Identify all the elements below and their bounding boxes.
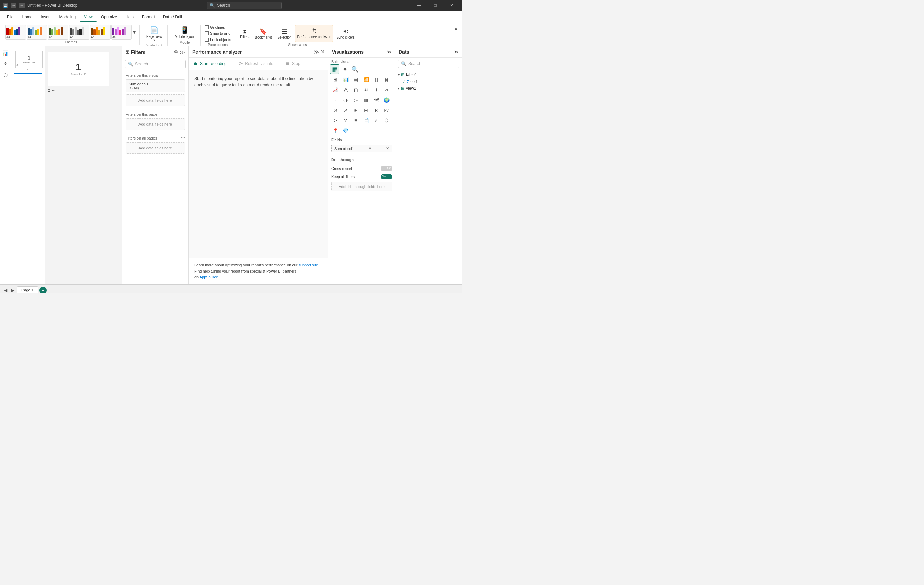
viz-funnel-icon[interactable]: ⊿ (382, 85, 391, 94)
filters-on-page-more[interactable]: ⋯ (181, 112, 185, 116)
viz-py-visual-icon[interactable]: Py (382, 106, 391, 115)
filters-on-visual-more[interactable]: ⋯ (181, 73, 185, 78)
viz-qna-icon[interactable]: ? (341, 116, 350, 125)
viz-stacked-bar-icon[interactable]: ▤ (351, 75, 361, 84)
viz-line-chart-icon[interactable]: 📈 (330, 85, 340, 94)
viz-treemap-icon[interactable]: ▩ (361, 95, 371, 105)
filters-on-all-more[interactable]: ⋯ (181, 136, 185, 140)
viz-matrix-icon[interactable]: ⊞ (351, 106, 361, 115)
viz-smart-narrative-icon[interactable]: ≡ (351, 116, 361, 125)
menu-modeling[interactable]: Modeling (55, 13, 80, 21)
viz-search-1[interactable]: 🔍 (350, 64, 360, 74)
menu-file[interactable]: File (3, 13, 17, 21)
viz-pie-icon[interactable]: ◑ (341, 95, 350, 105)
filters-expand-icon[interactable]: ≫ (180, 50, 185, 55)
menu-optimize[interactable]: Optimize (97, 13, 121, 21)
viz-metrics-icon[interactable]: ✓ (371, 116, 381, 125)
filters-pane-button[interactable]: ⧗ Filters (238, 25, 251, 42)
viz-more-icon[interactable]: ··· (351, 126, 361, 136)
filters-eye-icon[interactable]: 👁 (173, 50, 178, 55)
add-page-button[interactable]: + (39, 286, 47, 293)
viz-donut-icon[interactable]: ◎ (351, 95, 361, 105)
page-tab-1[interactable]: Page 1 (17, 286, 38, 292)
viz-line-col-icon[interactable]: ⋂ (351, 85, 361, 94)
viz-filled-map-icon[interactable]: 🌍 (382, 95, 391, 105)
viz-kpi-icon[interactable]: ↗ (341, 106, 350, 115)
page-next-button[interactable]: ▶ (10, 287, 16, 293)
viz-column-chart-icon[interactable]: 📶 (361, 75, 371, 84)
viz-waterfall-icon[interactable]: ⌇ (371, 85, 381, 94)
keep-filters-toggle[interactable] (381, 174, 392, 179)
menu-view[interactable]: View (80, 12, 97, 22)
viz-100-bar-icon[interactable]: ▦ (382, 75, 391, 84)
viz-area-chart-icon[interactable]: ⋀ (341, 85, 350, 94)
viz-ribbon-chart-icon[interactable]: ≋ (361, 85, 371, 94)
page-thumbnail-1[interactable]: 1 Sum of col1 ⧗ ··· 1 (14, 49, 42, 74)
lock-objects-checkbox[interactable]: Lock objects (205, 37, 231, 42)
viz-gauge-icon[interactable]: ⊙ (330, 106, 340, 115)
theme-5[interactable]: Aa (90, 25, 111, 40)
perf-expand-icon[interactable]: ≫ (314, 49, 319, 55)
undo-icon[interactable]: ↩ (11, 3, 16, 8)
viz-r-visual-icon[interactable]: R (371, 106, 381, 115)
title-search-box[interactable]: 🔍 Search (207, 2, 282, 9)
theme-6[interactable]: Aa (111, 25, 132, 40)
nav-report-icon[interactable]: 📊 (2, 49, 10, 57)
nav-model-icon[interactable]: ⬡ (2, 71, 10, 79)
close-button[interactable]: ✕ (444, 0, 459, 11)
theme-1[interactable]: Aa (5, 25, 26, 40)
menu-insert[interactable]: Insert (36, 13, 55, 21)
selection-button[interactable]: ☰ Selection (275, 25, 293, 42)
page-prev-button[interactable]: ◀ (3, 287, 8, 293)
visual-widget[interactable]: 1 Sum of col1 (48, 52, 109, 86)
field-col1-pill[interactable]: Sum of col1 ∨ ✕ (331, 145, 392, 152)
viz-custom-1[interactable]: ✦ (340, 64, 350, 74)
viz-geo-icon[interactable]: 📍 (330, 126, 340, 136)
viz-scatter-icon[interactable]: ⁘ (330, 95, 340, 105)
theme-2[interactable]: Aa (26, 25, 47, 40)
viz-stacked-col-icon[interactable]: ▥ (371, 75, 381, 84)
bookmarks-button[interactable]: 🔖 Bookmarks (253, 25, 274, 42)
viz-table-icon[interactable]: ⊞ (330, 75, 340, 84)
theme-4[interactable]: Aa (69, 25, 89, 40)
themes-more-icon[interactable]: ▾ (132, 29, 137, 35)
restore-button[interactable]: □ (427, 0, 443, 11)
gridlines-checkbox[interactable]: Gridlines (205, 25, 231, 30)
viz-map-icon[interactable]: 🗺 (371, 95, 381, 105)
data-expand-icon[interactable]: ≫ (454, 50, 459, 54)
menu-format[interactable]: Format (138, 13, 159, 21)
data-tree-item-col1[interactable]: ✓ Σ col1 (395, 78, 462, 85)
viz-decomp-icon[interactable]: ⊳ (330, 116, 340, 125)
redo-icon[interactable]: ↪ (19, 3, 25, 8)
menu-home[interactable]: Home (17, 13, 36, 21)
nav-data-icon[interactable]: 🗄 (2, 60, 10, 68)
snap-to-grid-checkbox[interactable]: Snap to grid (205, 31, 231, 36)
theme-3[interactable]: Aa (48, 25, 68, 40)
page-view-button[interactable]: 📄 Page view ▾ (144, 25, 165, 43)
sync-slicers-button[interactable]: ⟲ Sync slicers (334, 25, 356, 42)
add-fields-visual[interactable]: Add data fields here (125, 94, 185, 106)
viz-custom-vis-icon[interactable]: 💎 (341, 126, 350, 136)
viz-expand-icon[interactable]: ≫ (387, 50, 391, 54)
field-col1-close[interactable]: ✕ (386, 146, 389, 151)
refresh-visuals-button[interactable]: ⟳ Refresh visuals (239, 61, 273, 66)
menu-help[interactable]: Help (121, 13, 138, 21)
performance-analyzer-button[interactable]: ⏱ Performance analyzer (295, 25, 333, 42)
data-tree-item-view1[interactable]: ▸ ⊞ view1 (395, 85, 462, 92)
save-icon[interactable]: 💾 (3, 3, 8, 8)
data-tree-item-table1[interactable]: ▾ ⊞ table1 (395, 71, 462, 78)
minimize-button[interactable]: — (411, 0, 427, 11)
perf-close-icon[interactable]: ✕ (321, 49, 325, 55)
viz-paginated-icon[interactable]: 📄 (361, 116, 371, 125)
filters-search-box[interactable]: 🔍 Search (125, 60, 186, 68)
drill-add-box[interactable]: Add drill-through fields here (331, 182, 392, 191)
data-search-box[interactable]: 🔍 Search (398, 60, 459, 68)
add-fields-page[interactable]: Add data fields here (125, 118, 185, 130)
add-fields-all[interactable]: Add data fields here (125, 142, 185, 154)
mobile-layout-button[interactable]: 📱 Mobile layout (172, 25, 198, 40)
ribbon-collapse-button[interactable]: ▲ (453, 25, 459, 32)
stop-button[interactable]: ⏹ Stop (285, 61, 300, 66)
menu-data-drill[interactable]: Data / Drill (159, 13, 186, 21)
start-recording-button[interactable]: ⏺ Start recording (193, 61, 227, 66)
viz-bar-chart-icon[interactable]: 📊 (341, 75, 350, 84)
